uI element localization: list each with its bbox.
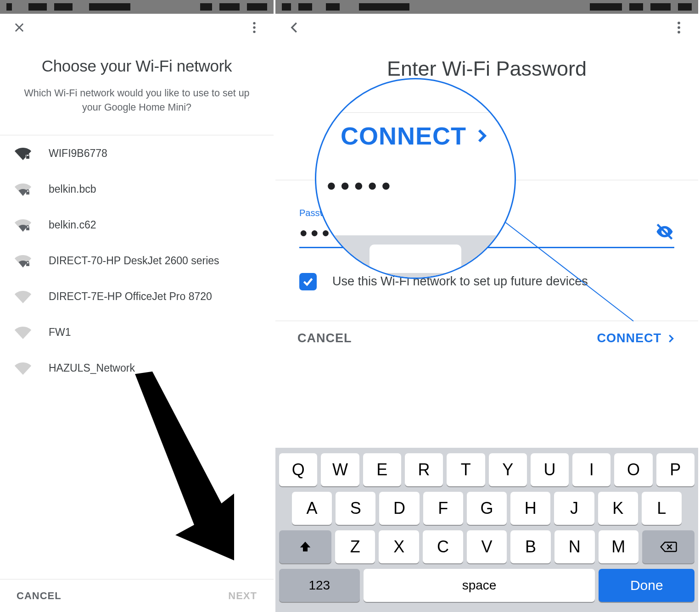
network-name: DIRECT-70-HP DeskJet 2600 series <box>49 255 219 267</box>
svg-point-0 <box>253 22 255 24</box>
annotation-arrow-icon <box>133 362 234 583</box>
page-title: Choose your Wi-Fi network <box>14 57 260 75</box>
wifi-icon <box>14 289 32 303</box>
backspace-key[interactable] <box>642 530 694 563</box>
remember-label: Use this Wi-Fi network to set up future … <box>332 273 588 289</box>
key-r[interactable]: R <box>405 453 443 486</box>
magnifier-connect-button: CONNECT <box>316 122 515 150</box>
key-b[interactable]: B <box>510 530 551 563</box>
key-k[interactable]: K <box>598 492 638 525</box>
status-bar <box>0 0 274 14</box>
svg-point-1 <box>253 26 255 28</box>
magnifier-password-dots: ●●●●● <box>326 176 395 195</box>
network-row[interactable]: DIRECT-7E-HP OfficeJet Pro 8720 <box>0 278 274 314</box>
svg-point-2 <box>253 31 255 33</box>
key-n[interactable]: N <box>554 530 595 563</box>
network-row[interactable]: FW1 <box>0 314 274 350</box>
more-icon[interactable] <box>670 18 688 37</box>
more-icon[interactable] <box>245 18 263 37</box>
key-x[interactable]: X <box>379 530 419 563</box>
next-label: NEXT <box>228 590 257 602</box>
key-t[interactable]: T <box>447 453 485 486</box>
shift-key[interactable] <box>279 530 331 563</box>
key-h[interactable]: H <box>510 492 550 525</box>
network-name: WIFI9B6778 <box>49 147 107 160</box>
key-z[interactable]: Z <box>335 530 375 563</box>
key-m[interactable]: M <box>599 530 639 563</box>
network-name: belkin.bcb <box>49 183 96 195</box>
remember-checkbox[interactable] <box>299 273 317 290</box>
wifi-locked-icon <box>14 254 32 267</box>
svg-point-5 <box>678 26 680 29</box>
visibility-off-icon[interactable] <box>655 222 674 243</box>
next-button[interactable]: NEXT <box>228 590 257 602</box>
key-a[interactable]: A <box>292 492 332 525</box>
network-row[interactable]: WIFI9B6778 <box>0 135 274 171</box>
network-row[interactable]: belkin.c62 <box>0 207 274 243</box>
key-f[interactable]: F <box>423 492 463 525</box>
page-title: Enter Wi-Fi Password <box>303 57 671 81</box>
key-q[interactable]: Q <box>279 453 317 486</box>
key-c[interactable]: C <box>423 530 463 563</box>
network-row[interactable]: HAZULS_Network <box>0 350 274 386</box>
numeric-key[interactable]: 123 <box>279 569 360 602</box>
network-row[interactable]: belkin.bcb <box>0 171 274 207</box>
connect-label: CONNECT <box>597 331 662 345</box>
svg-point-6 <box>678 31 680 33</box>
done-key[interactable]: Done <box>599 569 694 602</box>
key-s[interactable]: S <box>336 492 375 525</box>
key-l[interactable]: L <box>642 492 682 525</box>
wifi-icon <box>14 325 32 339</box>
wifi-locked-icon <box>14 182 32 196</box>
wifi-icon <box>14 361 32 375</box>
key-o[interactable]: O <box>614 453 652 486</box>
key-d[interactable]: D <box>379 492 419 525</box>
network-list: WIFI9B6778 belkin.bcb belkin.c62 <box>0 135 274 386</box>
page-subtitle: Which Wi-Fi network would you like to us… <box>14 86 260 115</box>
network-name: HAZULS_Network <box>49 362 135 374</box>
key-e[interactable]: E <box>363 453 401 486</box>
network-name: FW1 <box>49 326 71 339</box>
key-p[interactable]: P <box>656 453 694 486</box>
wifi-locked-icon <box>14 218 32 232</box>
key-j[interactable]: J <box>554 492 594 525</box>
annotation-magnifier: CONNECT ●●●●● <box>315 78 516 279</box>
key-v[interactable]: V <box>467 530 507 563</box>
cancel-button[interactable]: CANCEL <box>17 590 62 602</box>
svg-point-4 <box>678 22 680 24</box>
wifi-locked-icon <box>14 146 32 160</box>
key-y[interactable]: Y <box>489 453 527 486</box>
key-i[interactable]: I <box>572 453 610 486</box>
keyboard: Q W E R T Y U I O P A S D F G H J K L <box>275 448 698 612</box>
key-u[interactable]: U <box>531 453 569 486</box>
space-key[interactable]: space <box>364 569 595 602</box>
network-row[interactable]: DIRECT-70-HP DeskJet 2600 series <box>0 243 274 278</box>
key-g[interactable]: G <box>467 492 507 525</box>
network-name: belkin.c62 <box>49 219 96 231</box>
network-name: DIRECT-7E-HP OfficeJet Pro 8720 <box>49 290 212 303</box>
cancel-button[interactable]: CANCEL <box>297 331 352 345</box>
back-icon[interactable] <box>286 18 304 37</box>
close-icon[interactable] <box>10 18 28 37</box>
status-bar <box>275 0 698 14</box>
key-w[interactable]: W <box>321 453 359 486</box>
connect-button[interactable]: CONNECT <box>597 331 677 345</box>
